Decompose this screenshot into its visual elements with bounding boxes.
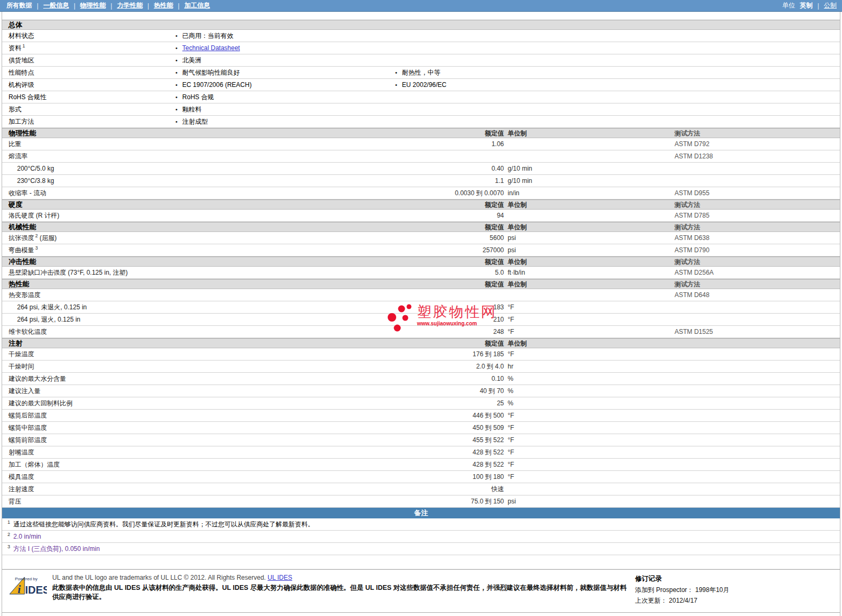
nav-item-general-info[interactable]: 一般信息 xyxy=(43,1,69,10)
property-value: 183 xyxy=(322,303,507,311)
property-label: 收缩率 - 流动 xyxy=(9,189,322,198)
column-header-method: 测试方法 xyxy=(675,280,840,289)
column-header-value: 额定值 xyxy=(322,223,507,232)
nav-item-mechanical[interactable]: 力学性能 xyxy=(117,1,142,10)
nav-item-physical[interactable]: 物理性能 xyxy=(80,1,106,10)
bullet-item: 耐热性，中等 xyxy=(395,69,440,76)
property-unit: ft·lb/in xyxy=(507,269,675,276)
property-value: 0.40 xyxy=(322,165,507,172)
divider xyxy=(2,612,840,613)
general-row: 形式 颗粒料 xyxy=(2,103,840,116)
footnote-marker: 1 xyxy=(22,43,25,49)
general-row: 资料1 Technical Datasheet xyxy=(2,42,840,54)
unit-metric-link[interactable]: 公制 xyxy=(824,1,837,10)
note-row: 2 2.0 in/min xyxy=(2,531,840,543)
nav-item-processing[interactable]: 加工信息 xyxy=(185,1,210,10)
property-row: 悬壁梁缺口冲击强度 (73°F, 0.125 in, 注塑) 5.0 ft·lb… xyxy=(2,267,840,279)
property-row: 螺筒前部温度 455 到 522 °F xyxy=(2,434,840,446)
section-header-physical: 物理性能 额定值 单位制 测试方法 xyxy=(2,128,840,138)
footer-text: UL and the UL logo are trademarks of UL … xyxy=(50,574,635,607)
property-value: 1.06 xyxy=(322,140,507,148)
technical-datasheet-link[interactable]: Technical Datasheet xyxy=(182,44,240,52)
section-title: 冲击性能 xyxy=(9,257,322,267)
column-header-value: 额定值 xyxy=(322,339,507,348)
column-header-method: 测试方法 xyxy=(675,201,840,210)
row-label: 性能特点 xyxy=(9,69,34,76)
row-label: 加工方法 xyxy=(9,118,34,125)
unit-english-active[interactable]: 英制 xyxy=(800,1,813,10)
property-label: 抗张强度 xyxy=(9,234,34,242)
property-value: 176 到 185 xyxy=(322,350,507,359)
property-method: ASTM D1238 xyxy=(675,153,840,160)
footnote-marker: 3 xyxy=(7,544,10,549)
property-label: 模具温度 xyxy=(9,473,322,482)
nav-separator: | xyxy=(74,2,75,10)
property-label-suffix: (屈服) xyxy=(38,234,57,242)
top-navbar: 所有数据 | 一般信息 | 物理性能 | 力学性能 | 热性能 | 加工信息 单… xyxy=(0,0,842,12)
column-header-unit: 单位制 xyxy=(507,280,675,289)
property-method: ASTM D256A xyxy=(675,269,840,276)
property-unit: °F xyxy=(507,461,675,468)
property-method: ASTM D790 xyxy=(675,246,840,254)
property-label: 200°C/5.0 kg xyxy=(9,165,322,172)
nav-item-all-data[interactable]: 所有数据 xyxy=(6,1,32,10)
spacer xyxy=(2,555,840,569)
updated-label: 上次更新： xyxy=(635,597,667,604)
property-row: 洛氏硬度 (R 计秤) 94 ASTM D785 xyxy=(2,210,840,222)
ides-logo: i Powered by IDES xyxy=(9,574,50,607)
column-header-value: 额定值 xyxy=(322,258,507,267)
column-header-method: 测试方法 xyxy=(675,258,840,267)
column-header-unit: 单位制 xyxy=(507,223,675,232)
disclaimer-text: 此数据表中的信息由 UL IDES 从该材料的生产商处获得。UL IDES 尽最… xyxy=(52,583,635,602)
property-value: 257000 xyxy=(322,246,507,254)
property-method: ASTM D792 xyxy=(675,140,840,148)
general-row: 机构评级 EC 1907/2006 (REACH) EU 2002/96/EC xyxy=(2,79,840,91)
general-row: 性能特点 耐气候影响性能良好 耐热性，中等 xyxy=(2,67,840,79)
footnote-marker: 2 xyxy=(7,532,10,537)
property-row: 建议的最大水分含量 0.10 % xyxy=(2,373,840,385)
property-unit: psi xyxy=(507,234,675,242)
property-label: 建议注入量 xyxy=(9,387,322,396)
bullet-item: 北美洲 xyxy=(175,57,202,64)
column-header-value: 额定值 xyxy=(322,129,507,138)
section-header-injection: 注射 额定值 单位制 xyxy=(2,338,840,348)
notes-header: 备注 xyxy=(2,508,840,518)
property-row: 螺筒中部温度 450 到 509 °F xyxy=(2,422,840,434)
property-method: ASTM D638 xyxy=(675,234,840,242)
property-row: 建议注入量 40 到 70 % xyxy=(2,385,840,397)
property-row: 建议的最大回制料比例 25 % xyxy=(2,397,840,410)
property-value: 快速 xyxy=(322,485,507,494)
property-row: 加工（熔体）温度 428 到 522 °F xyxy=(2,459,840,471)
ides-logo-graphic: i Powered by IDES xyxy=(9,574,47,596)
property-value: 455 到 522 xyxy=(322,436,507,445)
property-row: 背压 75.0 到 150 psi xyxy=(2,495,840,508)
general-row: RoHS 合规性 RoHS 合规 xyxy=(2,91,840,103)
nav-item-thermal[interactable]: 热性能 xyxy=(154,1,173,10)
property-label: 热变形温度 xyxy=(9,291,322,300)
units-label: 单位 xyxy=(782,1,795,10)
note-text: 通过这些链接您能够访问供应商资料。我们尽量保证及时更新资料；不过您可以从供应商处… xyxy=(13,520,314,529)
property-row: 230°C/3.8 kg 1.1 g/10 min xyxy=(2,175,840,187)
section-header-impact: 冲击性能 额定值 单位制 测试方法 xyxy=(2,257,840,267)
property-value: 446 到 500 xyxy=(322,411,507,420)
property-row: 200°C/5.0 kg 0.40 g/10 min xyxy=(2,163,840,175)
row-label: 形式 xyxy=(9,106,21,113)
column-header-value: 额定值 xyxy=(322,201,507,210)
property-unit: psi xyxy=(507,498,675,505)
property-label: 比重 xyxy=(9,140,322,149)
column-header-unit: 单位制 xyxy=(507,129,675,138)
svg-text:IDES: IDES xyxy=(25,584,47,596)
ul-ides-link[interactable]: UL IDES xyxy=(268,574,292,581)
property-label: 加工（熔体）温度 xyxy=(9,460,322,469)
row-label: 供货地区 xyxy=(9,57,34,64)
column-header-unit: 单位制 xyxy=(507,258,675,267)
property-value: 40 到 70 xyxy=(322,387,507,396)
revision-record: 修订记录 添加到 Prospector： 1998年10月 上次更新： 2012… xyxy=(635,574,835,607)
bullet-item: 已商用：当前有效 xyxy=(175,32,234,39)
bullet-item: EU 2002/96/EC xyxy=(395,81,446,89)
property-row: 射嘴温度 428 到 522 °F xyxy=(2,446,840,459)
property-value: 428 到 522 xyxy=(322,460,507,469)
column-header-unit: 单位制 xyxy=(507,339,675,348)
property-method: ASTM D1525 xyxy=(675,328,840,335)
property-label: 螺筒中部温度 xyxy=(9,423,322,433)
